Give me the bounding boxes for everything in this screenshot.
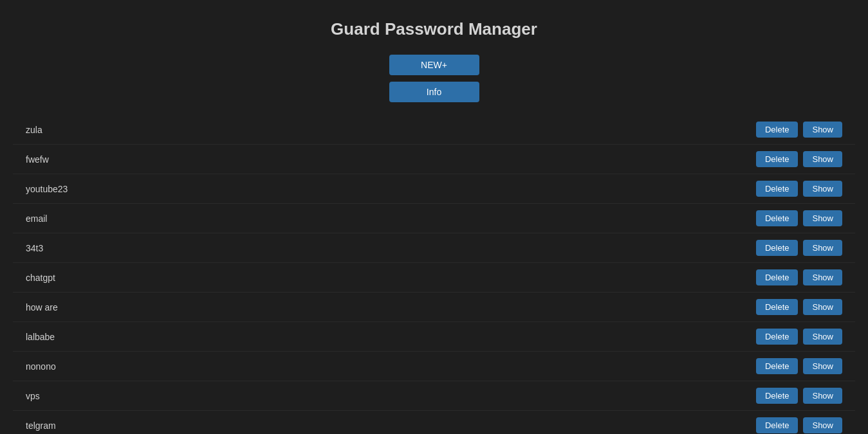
info-button[interactable]: Info <box>389 82 479 102</box>
entry-row: chatgptDeleteShow <box>13 263 855 293</box>
entry-actions: DeleteShow <box>756 329 842 345</box>
entry-actions: DeleteShow <box>756 299 842 315</box>
delete-button[interactable]: Delete <box>756 299 799 315</box>
entry-name: telgram <box>26 420 756 431</box>
delete-button[interactable]: Delete <box>756 240 799 256</box>
entry-name: youtube23 <box>26 184 756 194</box>
entry-name: lalbabe <box>26 332 756 342</box>
entry-name: how are <box>26 302 756 312</box>
entry-actions: DeleteShow <box>756 269 842 285</box>
entry-name: chatgpt <box>26 273 756 283</box>
entry-row: lalbabeDeleteShow <box>13 322 855 352</box>
entry-row: 34t3DeleteShow <box>13 233 855 263</box>
delete-button[interactable]: Delete <box>756 417 799 433</box>
entry-actions: DeleteShow <box>756 240 842 256</box>
delete-button[interactable]: Delete <box>756 181 799 197</box>
delete-button[interactable]: Delete <box>756 151 799 167</box>
entry-row: emailDeleteShow <box>13 204 855 233</box>
entry-name: 34t3 <box>26 243 756 253</box>
entry-name: fwefw <box>26 154 756 165</box>
app-title: Guard Password Manager <box>331 19 537 39</box>
entry-actions: DeleteShow <box>756 358 842 374</box>
show-button[interactable]: Show <box>803 417 842 433</box>
entry-row: how areDeleteShow <box>13 293 855 322</box>
delete-button[interactable]: Delete <box>756 388 799 404</box>
entry-actions: DeleteShow <box>756 151 842 167</box>
entry-row: youtube23DeleteShow <box>13 174 855 204</box>
show-button[interactable]: Show <box>803 269 842 285</box>
entry-actions: DeleteShow <box>756 210 842 226</box>
show-button[interactable]: Show <box>803 151 842 167</box>
delete-button[interactable]: Delete <box>756 210 799 226</box>
entry-actions: DeleteShow <box>756 417 842 433</box>
show-button[interactable]: Show <box>803 240 842 256</box>
entry-name: email <box>26 213 756 224</box>
entry-name: vps <box>26 391 756 401</box>
entry-row: nononoDeleteShow <box>13 352 855 381</box>
show-button[interactable]: Show <box>803 210 842 226</box>
app-container: Guard Password Manager NEW+ Info zulaDel… <box>0 0 868 434</box>
delete-button[interactable]: Delete <box>756 122 799 138</box>
entry-name: zula <box>26 125 756 135</box>
show-button[interactable]: Show <box>803 358 842 374</box>
show-button[interactable]: Show <box>803 388 842 404</box>
show-button[interactable]: Show <box>803 329 842 345</box>
delete-button[interactable]: Delete <box>756 329 799 345</box>
delete-button[interactable]: Delete <box>756 269 799 285</box>
entry-row: telgramDeleteShow <box>13 411 855 434</box>
show-button[interactable]: Show <box>803 122 842 138</box>
entry-name: nonono <box>26 361 756 372</box>
delete-button[interactable]: Delete <box>756 358 799 374</box>
entry-actions: DeleteShow <box>756 388 842 404</box>
entry-row: fwefwDeleteShow <box>13 145 855 174</box>
new-button[interactable]: NEW+ <box>389 55 479 75</box>
entry-row: zulaDeleteShow <box>13 115 855 145</box>
show-button[interactable]: Show <box>803 181 842 197</box>
entry-row: vpsDeleteShow <box>13 381 855 411</box>
entry-actions: DeleteShow <box>756 181 842 197</box>
entries-list: zulaDeleteShowfwefwDeleteShowyoutube23De… <box>0 115 868 434</box>
entry-actions: DeleteShow <box>756 122 842 138</box>
show-button[interactable]: Show <box>803 299 842 315</box>
